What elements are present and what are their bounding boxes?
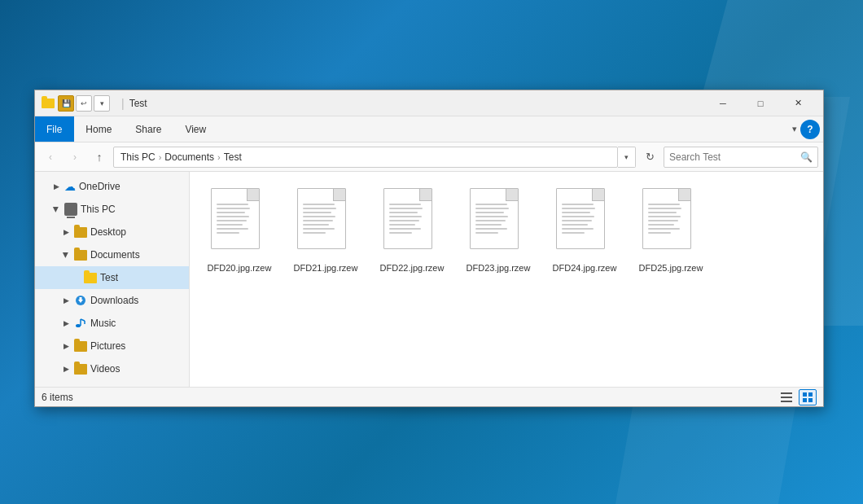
path-test: Test	[224, 151, 242, 163]
sidebar-label-videos: Videos	[90, 363, 120, 375]
sidebar-label-thispc: This PC	[81, 204, 116, 215]
file-label-3: DFD23.jpg.rzew	[467, 262, 531, 274]
help-button[interactable]: ?	[800, 120, 820, 139]
expand-arrow-test	[71, 273, 81, 283]
file-item-2[interactable]: DFD22.jpg.rzew	[375, 185, 449, 277]
window-controls: ─ □ ✕	[704, 90, 817, 116]
tab-home[interactable]: Home	[74, 116, 124, 142]
folder-icon-desktop	[74, 227, 87, 238]
sidebar-label-music: Music	[90, 318, 116, 329]
address-bar: ‹ › ↑ This PC › Documents › Test ▾ ↻ 🔍	[35, 142, 823, 172]
sidebar-label-test: Test	[100, 272, 118, 283]
back-button[interactable]: ‹	[40, 147, 61, 168]
expand-arrow-downloads: ▶	[61, 296, 71, 305]
svg-rect-2	[80, 297, 82, 300]
tab-share[interactable]: Share	[124, 116, 173, 142]
pc-icon	[64, 203, 77, 216]
expand-arrow-onedrive: ▶	[51, 182, 61, 191]
search-input[interactable]	[669, 151, 797, 163]
disk-icon	[74, 387, 87, 388]
file-icon-1	[297, 188, 354, 257]
svg-point-3	[76, 324, 81, 327]
downloads-icon	[74, 294, 87, 307]
file-item-5[interactable]: DFD25.jpg.rzew	[634, 185, 707, 277]
path-this-pc: This PC	[120, 151, 156, 163]
sidebar-item-videos[interactable]: ▶ Videos	[35, 357, 189, 380]
sidebar-item-documents[interactable]: ▶ Documents	[35, 243, 189, 266]
tab-file[interactable]: File	[35, 116, 74, 142]
file-explorer-window: 💾 ↩ ▾ | Test ─ □ ✕ File Home Share View …	[34, 90, 824, 407]
status-bar: 6 items	[35, 387, 823, 406]
search-icon[interactable]: 🔍	[800, 151, 813, 163]
sidebar-item-desktop[interactable]: ▶ Desktop	[35, 221, 189, 243]
file-label-1: DFD21.jpg.rzew	[294, 262, 358, 274]
sidebar-item-test[interactable]: Test	[35, 266, 189, 289]
content-area: DFD20.jpg.rzew	[190, 172, 823, 387]
sidebar-label-documents: Documents	[90, 249, 140, 261]
expand-arrow-documents: ▶	[61, 250, 71, 260]
path-sep-1: ›	[159, 152, 162, 162]
svg-rect-13	[808, 398, 813, 402]
tab-view[interactable]: View	[173, 116, 218, 142]
item-count: 6 items	[42, 392, 73, 403]
sidebar-label-onedrive: OneDrive	[79, 181, 120, 192]
view-details-button[interactable]	[778, 389, 795, 405]
file-item-4[interactable]: DFD24.jpg.rzew	[548, 185, 621, 277]
folder-icon-videos	[74, 364, 87, 375]
ribbon: File Home Share View ▾ ?	[35, 116, 823, 142]
svg-rect-12	[803, 398, 807, 402]
file-item-3[interactable]: DFD23.jpg.rzew	[462, 185, 535, 277]
search-box[interactable]: 🔍	[664, 147, 818, 168]
path-documents: Documents	[164, 151, 214, 163]
folder-icon-documents	[74, 250, 87, 261]
folder-icon-pictures	[74, 341, 87, 352]
undo-quick-btn[interactable]: ↩	[76, 95, 92, 112]
maximize-button[interactable]: □	[742, 90, 779, 116]
file-icon-2	[383, 188, 440, 257]
file-label-4: DFD24.jpg.rzew	[553, 262, 617, 274]
file-icon-0	[211, 188, 268, 257]
status-bar-right	[778, 389, 817, 405]
expand-arrow-videos: ▶	[61, 364, 71, 374]
forward-button[interactable]: ›	[64, 147, 85, 168]
view-tiles-button[interactable]	[799, 389, 817, 405]
svg-rect-10	[803, 392, 807, 397]
ribbon-expand-icon[interactable]: ▾	[792, 124, 797, 134]
address-dropdown[interactable]: ▾	[618, 147, 636, 168]
file-item-1[interactable]: DFD21.jpg.rzew	[289, 185, 362, 277]
file-label-2: DFD22.jpg.rzew	[380, 262, 445, 274]
sidebar-item-onedrive[interactable]: ▶ ☁ OneDrive	[35, 175, 189, 198]
title-divider: |	[121, 97, 125, 110]
sidebar-label-downloads: Downloads	[90, 295, 138, 306]
close-button[interactable]: ✕	[779, 90, 817, 116]
sidebar-item-localdisk[interactable]: ▶ Local Disk (C:)	[35, 380, 189, 387]
expand-arrow-pictures: ▶	[61, 341, 71, 351]
quick-access-toolbar: 💾 ↩ ▾	[58, 95, 110, 112]
sidebar-item-thispc[interactable]: ▶ This PC	[35, 198, 189, 221]
onedrive-icon: ☁	[64, 180, 76, 193]
sidebar-label-desktop: Desktop	[90, 226, 126, 238]
svg-rect-11	[808, 392, 813, 397]
sidebar-item-downloads[interactable]: ▶ Downloads	[35, 289, 189, 312]
refresh-button[interactable]: ↻	[639, 147, 660, 168]
sidebar-item-music[interactable]: ▶ Music	[35, 312, 189, 335]
sidebar-label-pictures: Pictures	[90, 340, 125, 352]
file-icon-3	[470, 188, 527, 257]
sidebar-item-pictures[interactable]: ▶ Pictures	[35, 335, 189, 357]
window-folder-icon	[42, 97, 55, 110]
expand-arrow-thispc: ▶	[51, 204, 61, 214]
minimize-button[interactable]: ─	[704, 90, 742, 116]
file-label-5: DFD25.jpg.rzew	[639, 262, 703, 274]
svg-rect-9	[781, 401, 792, 402]
window-title: Test	[129, 98, 704, 109]
customize-quick-btn[interactable]: ▾	[94, 95, 110, 112]
path-sep-2: ›	[217, 152, 221, 162]
save-quick-btn[interactable]: 💾	[58, 95, 74, 112]
file-item-0[interactable]: DFD20.jpg.rzew	[203, 185, 276, 277]
address-path[interactable]: This PC › Documents › Test	[113, 147, 618, 168]
up-button[interactable]: ↑	[89, 147, 110, 168]
ribbon-right: ▾ ?	[792, 116, 823, 142]
title-bar: 💾 ↩ ▾ | Test ─ □ ✕	[35, 90, 823, 116]
svg-rect-7	[781, 392, 792, 394]
music-icon	[74, 317, 87, 330]
